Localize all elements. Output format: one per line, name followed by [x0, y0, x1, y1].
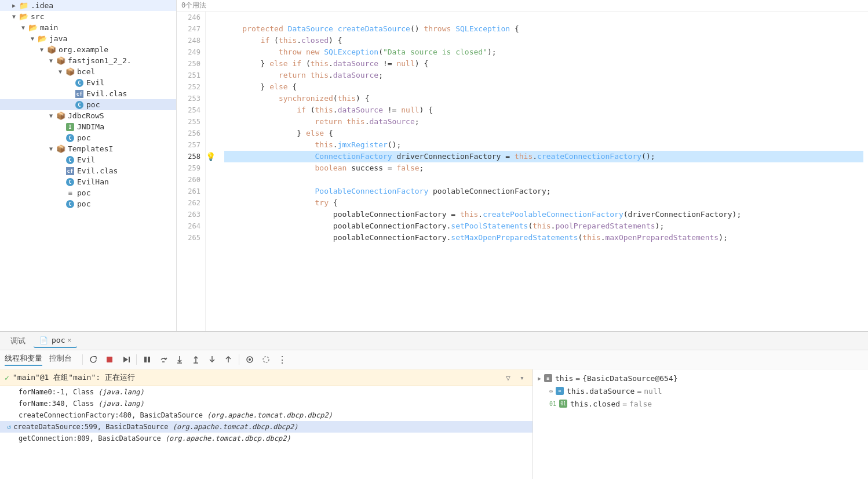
code-line-264: poolableConnectionFactory.setPoolStateme…: [224, 220, 863, 232]
sidebar-item-fastjson[interactable]: ▼ 📦 fastjson1_2_2.: [0, 55, 176, 66]
restore-btn[interactable]: [86, 353, 100, 366]
sidebar-label-src: src: [31, 12, 44, 21]
sidebar-item-evil[interactable]: C Evil: [0, 77, 176, 88]
ln-262: 262: [181, 197, 200, 209]
sidebar-item-main[interactable]: ▼ 📂 main: [0, 22, 176, 33]
stop-icon: [105, 355, 114, 364]
sidebar-item-bcel[interactable]: ▼ 📦 bcel: [0, 66, 176, 77]
stack-frame-0[interactable]: forName0:-1, Class (java.lang): [0, 386, 533, 398]
tab-poc-close[interactable]: ✕: [67, 336, 71, 344]
force-step-icon: [207, 355, 217, 364]
code-line-252: } else {: [224, 81, 863, 93]
dropdown-icon[interactable]: ▾: [516, 372, 528, 383]
bool-badge: 01: [559, 400, 567, 408]
sidebar-item-poc-txt[interactable]: ≡ poc: [0, 187, 176, 198]
frame-label-1: forName:340, Class (java.lang): [19, 400, 144, 408]
arrow-org: ▼: [37, 46, 46, 53]
ln-250: 250: [181, 58, 200, 70]
svg-rect-2: [129, 357, 130, 362]
svg-point-14: [263, 357, 269, 362]
sidebar-item-evil-class-tpl[interactable]: cf Evil.clas: [0, 165, 176, 176]
var-datasource[interactable]: ∞ ∞ this.dataSource = null: [538, 384, 863, 397]
sidebar-item-evilhan[interactable]: C EvilHan: [0, 176, 176, 187]
resume-icon: [121, 355, 130, 364]
code-line-249: throw new SQLException("Data source is c…: [224, 46, 863, 58]
sidebar-item-jndima[interactable]: I JNDIMa: [0, 121, 176, 132]
stack-frame-2[interactable]: createConnectionFactory:480, BasicDataSo…: [0, 409, 533, 421]
svg-marker-1: [123, 357, 128, 362]
class-file-icon: cf: [74, 90, 85, 98]
class-c-icon5: C: [65, 178, 75, 186]
var-bool-icon: 01: [559, 399, 568, 408]
stack-frame-1[interactable]: forName:340, Class (java.lang): [0, 398, 533, 409]
var-closed-name: this.closed: [570, 400, 620, 408]
folder-open-icon: 📂: [19, 12, 29, 21]
tab-poc[interactable]: 📄 poc ✕: [34, 333, 77, 348]
sidebar-item-poc-jdbc[interactable]: C poc: [0, 132, 176, 143]
sidebar-item-evil-class[interactable]: cf Evil.clas: [0, 88, 176, 99]
stack-frame-4[interactable]: getConnection:809, BasicDataSource (org.…: [0, 433, 533, 444]
pause-btn[interactable]: [140, 353, 154, 366]
ln-260: 260: [181, 174, 200, 186]
sidebar-item-poc-class[interactable]: C poc: [0, 198, 176, 209]
step-up-btn[interactable]: [221, 353, 235, 366]
folder-open-icon2: 📂: [28, 23, 38, 32]
svg-rect-4: [148, 357, 150, 362]
sidebar-label-poc-jdbc: poc: [77, 133, 90, 142]
stack-frame-3[interactable]: ↺ createDataSource:599, BasicDataSource …: [0, 421, 533, 433]
sidebar-item-idea[interactable]: ▶ 📁 .idea: [0, 0, 176, 11]
stop-btn[interactable]: [103, 353, 116, 366]
stack-list: forName0:-1, Class (java.lang) forName:3…: [0, 386, 533, 479]
thread-status-row: ✓ "main"@1 在组"main": 正在运行 ▽ ▾: [0, 369, 533, 386]
code-line-250: } else if (this.dataSource != null) {: [224, 58, 863, 70]
package-icon: 📦: [46, 45, 57, 54]
frame-label-3: createDataSource:599, BasicDataSource (o…: [13, 423, 298, 431]
usage-hint: 0个用法: [177, 0, 868, 12]
run-to-cursor-btn[interactable]: [243, 353, 257, 366]
step-out-btn[interactable]: [189, 353, 203, 366]
bottom-tab-bar: 调试 📄 poc ✕: [0, 332, 868, 350]
svg-rect-0: [107, 357, 112, 362]
sidebar-item-evil-tpl[interactable]: C Evil: [0, 154, 176, 165]
force-step-into-btn[interactable]: [205, 353, 219, 366]
hint-text: 0个用法: [181, 1, 206, 10]
java-icon: 📂: [37, 34, 48, 43]
class-c-icon6: C: [65, 200, 75, 208]
var-datasource-name: this.dataSource: [567, 387, 634, 395]
package-icon5: 📦: [56, 144, 66, 153]
sidebar-item-jdbcrows[interactable]: ▼ 📦 JdbcRowS: [0, 110, 176, 121]
var-this[interactable]: ▶ ≡ this = {BasicDataSource@654}: [538, 372, 863, 384]
sidebar-item-templatesi[interactable]: ▼ 📦 TemplatesI: [0, 143, 176, 154]
tab-threads-vars[interactable]: 线程和变量: [5, 353, 42, 366]
code-line-260: [224, 174, 863, 186]
ln-248: 248: [181, 35, 200, 46]
code-editor[interactable]: 0个用法 246 247 248 249 250 251 252 253 254…: [177, 0, 868, 331]
sidebar-label-jndima: JNDIMa: [77, 122, 104, 131]
ln-257: 257: [181, 139, 200, 151]
code-line-265: poolableConnectionFactory.setMaxOpenPrep…: [224, 232, 863, 244]
txt-icon: ≡: [65, 189, 75, 197]
sep3: [239, 354, 239, 365]
resume-btn[interactable]: [119, 353, 133, 366]
step-into-btn[interactable]: [173, 353, 187, 366]
more-btn[interactable]: ⋮: [275, 353, 289, 366]
ln-247: 247: [181, 23, 200, 35]
filter-icon[interactable]: ▽: [502, 372, 514, 383]
thread-label: "main"@1 在组"main": 正在运行: [13, 372, 499, 383]
sidebar-item-org-example[interactable]: ▼ 📦 org.example: [0, 44, 176, 55]
var-inf-icon-area: ∞: [549, 388, 553, 394]
step-over-btn[interactable]: [156, 353, 170, 366]
sidebar-label-templatesi: TemplatesI: [68, 144, 113, 153]
sidebar-item-poc-bcel[interactable]: C poc: [0, 99, 176, 110]
tab-console[interactable]: 控制台: [49, 353, 72, 366]
tab-debug-label: 调试: [10, 336, 25, 345]
lightbulb-icon[interactable]: 💡: [206, 152, 216, 161]
sidebar-item-java[interactable]: ▼ 📂 java: [0, 33, 176, 44]
tab-debug[interactable]: 调试: [5, 333, 31, 349]
var-datasource-value: null: [644, 387, 662, 395]
var-closed[interactable]: 01 01 this.closed = false: [538, 397, 863, 410]
evaluate-btn[interactable]: [259, 353, 273, 366]
arrow-templates: ▼: [46, 146, 56, 152]
sidebar-item-src[interactable]: ▼ 📂 src: [0, 11, 176, 22]
interface-icon: I: [65, 123, 75, 131]
